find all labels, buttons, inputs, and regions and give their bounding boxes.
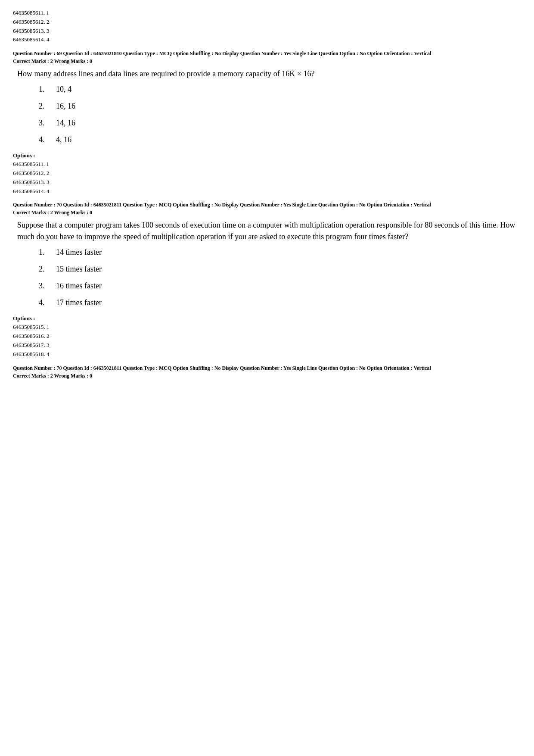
q69-option-2: 2. 16, 16 bbox=[39, 102, 521, 111]
q69-option-4: 4. 4, 16 bbox=[39, 135, 521, 144]
q70-option-2: 2. 15 times faster bbox=[39, 265, 521, 274]
top-options-section: 64635085611. 1 64635085612. 2 6463508561… bbox=[13, 9, 521, 44]
top-option-item-2: 64635085612. 2 bbox=[13, 18, 521, 27]
q70-option-4-num: 4. bbox=[39, 298, 56, 307]
question-69-meta: Question Number : 69 Question Id : 64635… bbox=[13, 50, 521, 57]
q69-option-2-text: 16, 16 bbox=[56, 102, 75, 111]
q69-option-3-text: 14, 16 bbox=[56, 119, 75, 128]
q69-option-2-num: 2. bbox=[39, 102, 56, 111]
question-70-repeat-section: Question Number : 70 Question Id : 64635… bbox=[13, 364, 521, 379]
top-option-item-3: 64635085613. 3 bbox=[13, 27, 521, 36]
question-70-meta: Question Number : 70 Question Id : 64635… bbox=[13, 201, 521, 209]
q70-option-1: 1. 14 times faster bbox=[39, 248, 521, 257]
q70-option-4-text: 17 times faster bbox=[56, 298, 102, 307]
q70-option-id-2: 64635085616. 2 bbox=[13, 332, 521, 341]
q69-option-3-num: 3. bbox=[39, 119, 56, 128]
q70-options-label: Options : bbox=[13, 315, 521, 322]
q70-option-1-num: 1. bbox=[39, 248, 56, 257]
q69-option-1: 1. 10, 4 bbox=[39, 85, 521, 94]
question-69-marks: Correct Marks : 2 Wrong Marks : 0 bbox=[13, 58, 521, 65]
q69-option-ids: 64635085611. 1 64635085612. 2 6463508561… bbox=[13, 160, 521, 196]
q70-option-id-3: 64635085617. 3 bbox=[13, 341, 521, 350]
q69-option-id-2: 64635085612. 2 bbox=[13, 169, 521, 178]
question-70-repeat-meta: Question Number : 70 Question Id : 64635… bbox=[13, 364, 521, 372]
question-70-body: Suppose that a computer program takes 10… bbox=[17, 219, 517, 243]
q69-option-4-num: 4. bbox=[39, 135, 56, 144]
q69-options-label: Options : bbox=[13, 152, 521, 159]
question-69-section: Question Number : 69 Question Id : 64635… bbox=[13, 50, 521, 196]
q69-option-id-1: 64635085611. 1 bbox=[13, 160, 521, 169]
q70-option-3-num: 3. bbox=[39, 281, 56, 291]
q70-option-1-text: 14 times faster bbox=[56, 248, 102, 257]
question-70-repeat-marks: Correct Marks : 2 Wrong Marks : 0 bbox=[13, 373, 521, 379]
q70-option-3: 3. 16 times faster bbox=[39, 281, 521, 291]
question-69-body: How many address lines and data lines ar… bbox=[17, 68, 517, 80]
q69-option-id-3: 64635085613. 3 bbox=[13, 178, 521, 187]
q69-option-4-text: 4, 16 bbox=[56, 135, 71, 144]
q69-option-id-4: 64635085614. 4 bbox=[13, 187, 521, 196]
q69-option-3: 3. 14, 16 bbox=[39, 119, 521, 128]
q70-option-id-4: 64635085618. 4 bbox=[13, 350, 521, 359]
q70-option-id-1: 64635085615. 1 bbox=[13, 323, 521, 332]
q70-option-3-text: 16 times faster bbox=[56, 281, 102, 291]
question-70-marks: Correct Marks : 2 Wrong Marks : 0 bbox=[13, 209, 521, 216]
question-69-options: 1. 10, 4 2. 16, 16 3. 14, 16 4. 4, 16 bbox=[39, 85, 521, 144]
question-70-section: Question Number : 70 Question Id : 64635… bbox=[13, 201, 521, 359]
q70-option-2-num: 2. bbox=[39, 265, 56, 274]
top-option-item-4: 64635085614. 4 bbox=[13, 35, 521, 44]
top-options-list: 64635085611. 1 64635085612. 2 6463508561… bbox=[13, 9, 521, 44]
q70-option-2-text: 15 times faster bbox=[56, 265, 102, 274]
q69-option-1-text: 10, 4 bbox=[56, 85, 71, 94]
q69-option-1-num: 1. bbox=[39, 85, 56, 94]
q70-option-4: 4. 17 times faster bbox=[39, 298, 521, 307]
question-70-options: 1. 14 times faster 2. 15 times faster 3.… bbox=[39, 248, 521, 307]
top-option-item-1: 64635085611. 1 bbox=[13, 9, 521, 18]
q70-option-ids: 64635085615. 1 64635085616. 2 6463508561… bbox=[13, 323, 521, 359]
